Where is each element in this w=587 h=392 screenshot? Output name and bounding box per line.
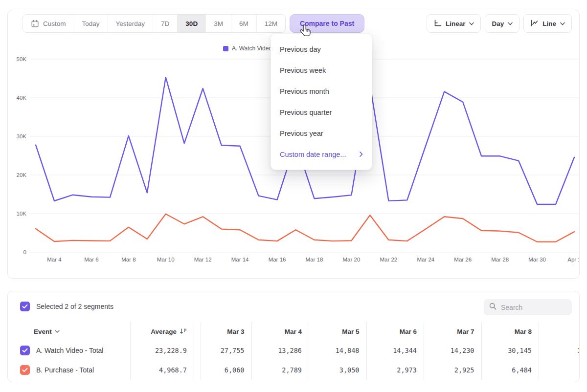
segment-name: A. Watch Video - Total <box>36 347 103 354</box>
segment-name-cell: B. Purchase - Total <box>8 360 130 380</box>
x-tick-label: Mar 28 <box>484 257 516 262</box>
column-header-mar-8[interactable]: Mar 8 <box>481 322 539 341</box>
value-cell: 27,755 <box>194 341 251 360</box>
x-tick-label: Mar 14 <box>225 257 256 262</box>
x-tick-label: Apr 1 <box>559 257 580 262</box>
series-line-b-purchase <box>36 214 574 242</box>
table-row: B. Purchase - Total4,968.76,0602,7893,05… <box>8 360 580 380</box>
x-tick-label: Mar 26 <box>447 257 478 262</box>
check-icon <box>22 368 28 372</box>
value-cell: 3,050 <box>309 360 366 380</box>
column-header-mar-5[interactable]: Mar 5 <box>309 322 366 341</box>
compare-to-past-button[interactable]: Compare to Past <box>290 14 364 33</box>
search-input[interactable] <box>501 304 564 311</box>
check-icon <box>22 304 28 309</box>
x-tick-label: Mar 30 <box>521 257 553 262</box>
column-header-label: Average <box>151 328 177 335</box>
value-cell: 14,344 <box>366 341 424 360</box>
range-button-3m[interactable]: 3M <box>205 15 231 32</box>
chart-controls: Linear Day Line <box>427 14 572 33</box>
value-cell: 15, <box>539 341 580 360</box>
range-label: 7D <box>161 20 169 27</box>
range-button-7d[interactable]: 7D <box>153 15 177 32</box>
x-tick-label: Mar 20 <box>336 257 367 262</box>
legend-label: A. Watch Video <box>232 45 272 52</box>
menu-item-previous-day[interactable]: Previous day <box>271 39 372 60</box>
x-tick-label: Mar 24 <box>410 257 441 262</box>
row-checkbox[interactable] <box>20 365 30 375</box>
column-header-mar-3[interactable]: Mar 3 <box>194 322 251 341</box>
segments-card: Selected 2 of 2 segments EventAverageMar… <box>7 291 580 382</box>
y-tick-label: 10K <box>8 211 26 217</box>
menu-item-custom-date-range[interactable]: Custom date range... <box>271 144 372 165</box>
x-tick-label: Mar 18 <box>298 257 330 262</box>
value-cell: 2,973 <box>366 360 424 380</box>
column-header-m[interactable]: M <box>539 322 580 341</box>
column-header-label: Mar 3 <box>227 328 244 335</box>
column-header-mar-6[interactable]: Mar 6 <box>366 322 424 341</box>
value-cell: 4,968.7 <box>130 360 194 380</box>
range-button-30d[interactable]: 30D <box>177 15 205 32</box>
linear-axis-icon <box>433 19 442 28</box>
value-cell: 2,925 <box>424 360 481 380</box>
range-label: Yesterday <box>116 20 145 27</box>
chart-type-dropdown[interactable]: Line <box>523 14 572 33</box>
column-header-label: Mar 4 <box>285 328 302 335</box>
chevron-down-icon <box>55 330 60 333</box>
y-tick-label: 0 <box>8 249 26 255</box>
check-icon <box>22 348 28 353</box>
scale-dropdown[interactable]: Linear <box>427 14 481 33</box>
range-label: Today <box>82 20 100 27</box>
column-header-average[interactable]: Average <box>130 322 194 341</box>
segment-name: B. Purchase - Total <box>36 366 94 374</box>
legend-item: A. Watch Video <box>223 45 272 52</box>
range-button-12m[interactable]: 12M <box>256 15 285 32</box>
value-cell: 14,848 <box>309 341 366 360</box>
sort-descending-icon <box>180 328 187 335</box>
menu-item-previous-month[interactable]: Previous month <box>271 81 372 102</box>
interval-dropdown[interactable]: Day <box>485 14 519 33</box>
event-header-label: Event <box>34 328 52 335</box>
search-box[interactable] <box>484 299 572 315</box>
legend-swatch <box>223 46 228 51</box>
value-cell: 6,060 <box>194 360 251 380</box>
range-label: 12M <box>265 20 277 27</box>
x-tick-label: Mar 16 <box>262 257 293 262</box>
menu-item-previous-quarter[interactable]: Previous quarter <box>271 102 372 123</box>
menu-item-previous-week[interactable]: Previous week <box>271 60 372 81</box>
table-header-row: EventAverageMar 3Mar 4Mar 5Mar 6Mar 7Mar… <box>8 322 580 341</box>
search-icon <box>489 302 497 312</box>
column-header-mar-7[interactable]: Mar 7 <box>424 322 481 341</box>
calendar-icon <box>31 20 39 28</box>
value-cell: 2,789 <box>251 360 309 380</box>
range-label: 3M <box>214 20 223 27</box>
column-header-mar-4[interactable]: Mar 4 <box>251 322 309 341</box>
event-column-header[interactable]: Event <box>8 322 130 341</box>
chart-type-label: Line <box>542 20 556 27</box>
custom-date-range-label: Custom date range... <box>280 151 346 158</box>
x-tick-label: Mar 22 <box>373 257 404 262</box>
select-all-checkbox[interactable] <box>20 302 30 311</box>
x-tick-label: Mar 12 <box>187 257 219 262</box>
date-range-group: CustomTodayYesterday7D30D3M6M12M <box>23 14 286 33</box>
value-cell: 14,230 <box>424 341 481 360</box>
column-header-label: Mar 7 <box>457 328 474 335</box>
select-all-row: Selected 2 of 2 segments <box>20 302 113 311</box>
column-header-label: Mar 8 <box>515 328 532 335</box>
toolbar: CustomTodayYesterday7D30D3M6M12M Compare… <box>8 14 579 33</box>
range-button-custom[interactable]: Custom <box>23 15 74 32</box>
row-checkbox[interactable] <box>20 346 30 355</box>
column-header-label: Mar 6 <box>400 328 417 335</box>
range-button-yesterday[interactable]: Yesterday <box>108 15 153 32</box>
y-tick-label: 40K <box>8 95 26 101</box>
column-header-label: Mar 5 <box>342 328 359 335</box>
range-button-today[interactable]: Today <box>74 15 108 32</box>
range-button-6m[interactable]: 6M <box>231 15 256 32</box>
chevron-right-icon <box>360 152 363 157</box>
y-tick-label: 50K <box>8 56 26 62</box>
value-cell: 30,145 <box>481 341 539 360</box>
range-label: 6M <box>239 20 248 27</box>
menu-item-previous-year[interactable]: Previous year <box>271 123 372 144</box>
segment-name-cell: A. Watch Video - Total <box>8 341 130 360</box>
line-chart-icon <box>530 19 539 28</box>
